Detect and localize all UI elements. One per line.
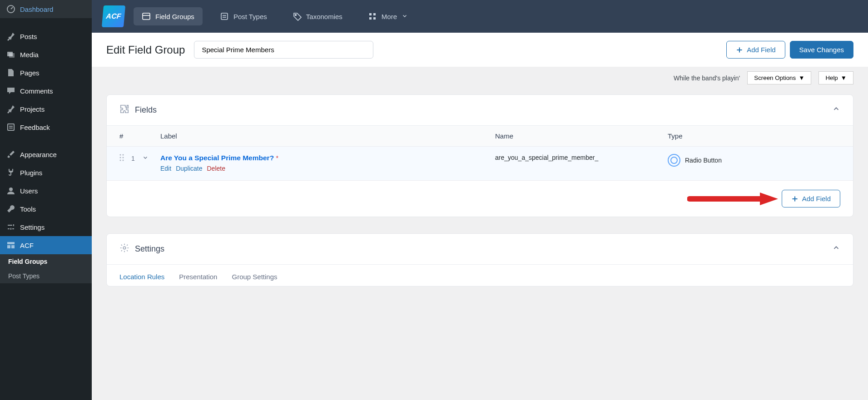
grid-icon — [368, 12, 377, 21]
form-icon — [6, 123, 15, 132]
field-row[interactable]: 1 Are You a Special Prime Member? * Edit… — [107, 146, 853, 180]
plug-icon — [6, 168, 15, 177]
sidebar-item-pages[interactable]: Pages — [0, 64, 92, 82]
topnav-more[interactable]: More — [360, 7, 416, 25]
add-field-button[interactable]: Add Field — [726, 41, 785, 59]
sidebar-item-dashboard[interactable]: Dashboard — [0, 0, 92, 18]
sidebar-item-media[interactable]: Media — [0, 45, 92, 64]
layout-icon — [6, 241, 15, 250]
sliders-icon — [6, 222, 15, 232]
svg-point-25 — [123, 157, 124, 158]
topnav-taxonomies[interactable]: Taxonomies — [284, 7, 351, 25]
svg-point-24 — [120, 157, 121, 158]
sidebar-item-label: Pages — [20, 69, 40, 77]
svg-marker-29 — [760, 193, 778, 205]
tag-icon — [293, 12, 302, 21]
admin-sidebar: Dashboard Posts Media Pages Comments — [0, 0, 92, 400]
sidebar-item-plugins[interactable]: Plugins — [0, 163, 92, 182]
sidebar-item-comments[interactable]: Comments — [0, 82, 92, 100]
field-label-link[interactable]: Are You a Special Prime Member? — [160, 154, 276, 162]
annotation-arrow — [687, 192, 778, 206]
status-text: While the band's playin' — [674, 74, 740, 82]
chevron-down-icon — [402, 13, 408, 20]
fields-panel: Fields # Label Name Type 1 — [106, 94, 853, 217]
user-icon — [6, 186, 15, 195]
topnav-post-types[interactable]: Post Types — [212, 7, 275, 25]
topnav-label: More — [382, 13, 397, 20]
sidebar-item-posts[interactable]: Posts — [0, 27, 92, 45]
layout-icon — [142, 12, 151, 21]
sidebar-item-label: Feedback — [20, 123, 50, 131]
screen-options-button[interactable]: Screen Options ▼ — [747, 71, 811, 84]
dashboard-icon — [6, 5, 15, 14]
collapse-toggle[interactable] — [832, 105, 840, 115]
sidebar-item-label: Tools — [20, 205, 36, 213]
media-icon — [6, 50, 15, 59]
topnav-label: Field Groups — [155, 13, 194, 20]
collapse-toggle[interactable] — [832, 244, 840, 254]
sidebar-item-acf[interactable]: ACF — [0, 236, 92, 254]
required-indicator: * — [276, 154, 278, 162]
page-title: Edit Field Group — [106, 44, 185, 56]
puzzle-icon — [119, 104, 129, 116]
save-changes-button[interactable]: Save Changes — [790, 41, 853, 59]
acf-topnav: ACF Field Groups Post Types Taxonomies — [92, 0, 868, 33]
radio-icon — [668, 154, 680, 167]
sidebar-item-label: Media — [20, 51, 39, 59]
sidebar-item-appearance[interactable]: Appearance — [0, 145, 92, 163]
svg-rect-2 — [9, 53, 15, 58]
sidebar-item-label: Projects — [20, 105, 45, 113]
row-actions: Edit Duplicate Delete — [160, 165, 495, 172]
tab-presentation[interactable]: Presentation — [179, 273, 217, 286]
svg-point-32 — [123, 247, 126, 249]
fields-table-header: # Label Name Type — [107, 125, 853, 146]
help-button[interactable]: Help ▼ — [818, 71, 853, 84]
tab-group-settings[interactable]: Group Settings — [232, 273, 277, 286]
settings-tabs: Location Rules Presentation Group Settin… — [107, 264, 853, 286]
panel-title: Fields — [135, 105, 157, 115]
expand-toggle[interactable] — [142, 154, 149, 162]
panel-title: Settings — [135, 244, 164, 254]
svg-rect-19 — [373, 17, 376, 20]
field-group-title-input[interactable] — [194, 41, 373, 59]
col-label: Label — [160, 132, 495, 140]
sidebar-item-label: Users — [20, 187, 38, 195]
svg-rect-3 — [8, 124, 14, 130]
delete-action[interactable]: Delete — [207, 165, 225, 172]
svg-rect-17 — [373, 13, 376, 15]
acf-logo: ACF — [102, 5, 125, 27]
svg-rect-7 — [7, 242, 15, 244]
topnav-label: Post Types — [233, 13, 267, 20]
sidebar-item-users[interactable]: Users — [0, 182, 92, 200]
duplicate-action[interactable]: Duplicate — [176, 165, 202, 172]
col-type: Type — [668, 132, 840, 140]
topnav-field-groups[interactable]: Field Groups — [134, 7, 203, 25]
row-number: 1 — [131, 155, 135, 162]
post-icon — [220, 12, 229, 21]
sidebar-item-label: Settings — [20, 223, 45, 231]
svg-point-22 — [120, 154, 121, 156]
drag-handle-icon[interactable] — [119, 154, 124, 163]
comment-icon — [6, 86, 15, 95]
col-name: Name — [495, 132, 668, 140]
sidebar-item-label: Posts — [20, 33, 37, 40]
svg-point-26 — [120, 160, 121, 161]
sidebar-sub-post-types[interactable]: Post Types — [0, 269, 92, 283]
edit-action[interactable]: Edit — [160, 165, 171, 172]
brush-icon — [6, 150, 15, 159]
sidebar-item-tools[interactable]: Tools — [0, 200, 92, 218]
sidebar-item-projects[interactable]: Projects — [0, 100, 92, 118]
sidebar-item-label: Dashboard — [20, 5, 53, 13]
pin-icon — [6, 104, 15, 114]
tab-location-rules[interactable]: Location Rules — [119, 273, 164, 286]
col-num: # — [119, 132, 160, 140]
sidebar-item-label: Appearance — [20, 151, 57, 158]
meta-row: While the band's playin' Screen Options … — [92, 67, 868, 89]
title-bar: Edit Field Group Add Field Save Changes — [92, 33, 868, 67]
sidebar-sub-field-groups[interactable]: Field Groups — [0, 254, 92, 269]
sidebar-item-feedback[interactable]: Feedback — [0, 118, 92, 136]
sidebar-item-label: Comments — [20, 87, 53, 95]
sidebar-item-settings[interactable]: Settings — [0, 218, 92, 236]
add-field-button-footer[interactable]: Add Field — [782, 190, 840, 207]
gear-icon — [119, 243, 129, 255]
